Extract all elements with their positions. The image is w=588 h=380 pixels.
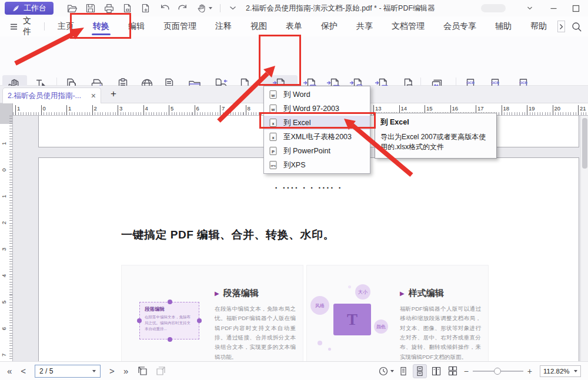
svg-text:XPS: XPS <box>270 164 276 167</box>
menu-item-doc-manage[interactable]: 文档管理 <box>382 16 434 36</box>
faded-badge <box>481 4 506 12</box>
facing-view-icon[interactable] <box>429 364 443 378</box>
hruler-label: 4 <box>143 105 148 115</box>
document-tab-label: 2.福昕会员使用指南-... <box>8 91 88 101</box>
zoom-value: 112.82% <box>543 368 572 375</box>
hruler-label: 0 <box>41 105 46 115</box>
title-bar: 工作台 2.福昕会员使用指南-演示文档-原始.pdf * - 福昕PDF编辑器 <box>0 0 588 16</box>
first-page-button[interactable]: « <box>7 366 12 376</box>
statusbar-right: − + 112.82% <box>378 364 581 378</box>
feature-card-style-edit: T 风格大小颜色 ▶ 样式编辑 福昕PDF编辑器个人版可以通过移动和缩放段落调整… <box>306 265 489 361</box>
continuous-view-icon[interactable] <box>413 364 427 378</box>
svg-text:w: w <box>271 107 275 112</box>
hruler-label: 19 <box>527 105 535 115</box>
zoom-in-button[interactable]: + <box>527 366 532 376</box>
card-body: 福昕PDF编辑器个人版可以通过移动和缩放段落调整文档布局，对文本、图像、形状等对… <box>400 304 481 361</box>
previous-page-button[interactable]: < <box>21 366 26 376</box>
svg-text:P: P <box>272 149 275 154</box>
window-minimize-button[interactable] <box>543 0 563 16</box>
letter-tile: T <box>333 304 371 335</box>
vruler-label: 1 <box>1 138 8 145</box>
document-tab[interactable]: 2.福昕会员使用指南-... × <box>2 88 101 103</box>
open-file-icon[interactable] <box>66 3 78 14</box>
menu-item-view[interactable]: 视图 <box>241 16 276 36</box>
pen-icon <box>12 4 20 12</box>
dropdown-item-to-xps[interactable]: XPS到XPS <box>264 158 370 172</box>
menu-item-home[interactable]: 主页 <box>48 16 83 36</box>
print-icon[interactable] <box>103 3 115 14</box>
undo-icon[interactable] <box>159 3 170 14</box>
resize-handle <box>168 300 172 304</box>
window-maximize-button[interactable] <box>566 0 586 16</box>
last-page-button[interactable]: » <box>123 366 128 376</box>
paragraph-edit-illustration: 段落编辑 在段落中编辑文本，免除布局之忧。编辑内容时支持文本自动重排... <box>139 302 199 339</box>
window-chevron-button[interactable] <box>520 0 540 16</box>
menu-item-member[interactable]: 会员专享 <box>434 16 486 36</box>
page-heading: 一键搞定 PDF 编辑、合并、转换、水印。 <box>121 227 335 243</box>
hamburger-icon[interactable] <box>9 22 18 31</box>
style-edit-illustration: T 风格大小颜色 <box>307 265 395 361</box>
facing-continuous-view-icon[interactable] <box>446 364 460 378</box>
menu-items: 主页转换编辑页面管理注释视图表单保护共享文档管理会员专享辅助帮助 <box>48 16 556 36</box>
excel-file-icon: x <box>269 118 278 127</box>
collapse-toolbar-icon[interactable] <box>228 4 238 13</box>
word-file-icon: w <box>269 104 278 113</box>
menu-item-page-manage[interactable]: 页面管理 <box>154 16 206 36</box>
status-bar: « < 2 / 5 > » − + 112.82% <box>0 361 588 380</box>
menu-item-comment[interactable]: 注释 <box>206 16 241 36</box>
hruler-label: 2 <box>92 105 97 115</box>
dropdown-item-to-xml-2003[interactable]: x至XML电子表格2003 <box>264 130 370 144</box>
page-number-combo[interactable]: 2 / 5 <box>35 365 101 378</box>
hruler-label: 1 <box>66 105 71 115</box>
resize-handle <box>197 318 202 323</box>
illustration-title: 段落编辑 <box>145 306 194 313</box>
clock-rotate-icon[interactable] <box>378 366 394 376</box>
menu-item-file[interactable]: 文件 <box>23 16 36 37</box>
hand-cursor-icon[interactable] <box>196 3 212 14</box>
scrollbar-thumb[interactable] <box>582 118 587 169</box>
new-tab-button[interactable]: + <box>111 88 116 100</box>
menu-item-edit[interactable]: 编辑 <box>119 16 154 36</box>
page-indicator: 2 / 5 <box>39 367 91 375</box>
vruler-label: 5 <box>1 297 8 304</box>
previous-view-icon[interactable] <box>137 365 148 376</box>
zoom-slider[interactable] <box>473 367 523 375</box>
vruler-label: 4 <box>1 270 8 277</box>
vruler-label: 0 <box>1 164 8 171</box>
dropdown-item-to-word-97[interactable]: w到 Word 97-2003 <box>264 102 370 116</box>
foxit-pdf-editor-window: 工作台 2.福昕会员使用指南-演示文档-原始.pdf * - 福昕PDF编辑器 … <box>0 0 588 380</box>
menu-item-convert[interactable]: 转换 <box>83 16 119 36</box>
search-icon[interactable] <box>571 21 582 32</box>
new-page-icon[interactable] <box>141 3 151 14</box>
next-view-icon[interactable] <box>155 365 166 376</box>
dropdown-item-to-powerpoint[interactable]: P到 PowerPoint <box>264 144 370 158</box>
zoom-out-button[interactable]: − <box>464 366 469 376</box>
zoom-slider-knob[interactable] <box>494 368 501 375</box>
menu-item-share[interactable]: 共享 <box>347 16 382 36</box>
extract-page-icon[interactable] <box>122 3 133 14</box>
vertical-scrollbar[interactable] <box>580 116 588 361</box>
workspace-button[interactable]: 工作台 <box>5 2 54 15</box>
hruler-label: 18 <box>502 105 510 115</box>
card-title: 段落编辑 <box>223 288 259 299</box>
single-page-view-icon[interactable] <box>396 364 410 378</box>
to-excel-tooltip: 到 Excel 导出为Excel 2007或者更高版本使用的.xlsx格式的文件 <box>375 113 497 159</box>
vertical-ruler: 101234567 <box>0 116 13 361</box>
svg-text:OCR: OCR <box>466 80 475 85</box>
next-page-button[interactable]: > <box>109 366 115 376</box>
workspace-label: 工作台 <box>24 3 46 14</box>
menu-overflow-button[interactable] <box>557 21 565 32</box>
zoom-level-combo[interactable]: 112.82% <box>540 365 581 377</box>
menu-item-help[interactable]: 帮助 <box>521 16 556 36</box>
tab-close-icon[interactable]: × <box>91 91 96 100</box>
dropdown-item-to-excel[interactable]: x到 Excel <box>264 116 370 130</box>
quick-access-toolbar <box>66 3 238 14</box>
save-icon[interactable] <box>85 3 96 14</box>
redo-icon[interactable] <box>178 3 189 14</box>
vruler-label: 1 <box>1 191 8 198</box>
menu-item-protect[interactable]: 保护 <box>312 16 347 36</box>
menu-item-assist[interactable]: 辅助 <box>486 16 521 36</box>
dropdown-item-to-word[interactable]: w到 Word <box>264 88 370 102</box>
tooltip-body: 导出为Excel 2007或者更高版本使用的.xlsx格式的文件 <box>380 132 491 153</box>
menu-item-form[interactable]: 表单 <box>276 16 312 36</box>
